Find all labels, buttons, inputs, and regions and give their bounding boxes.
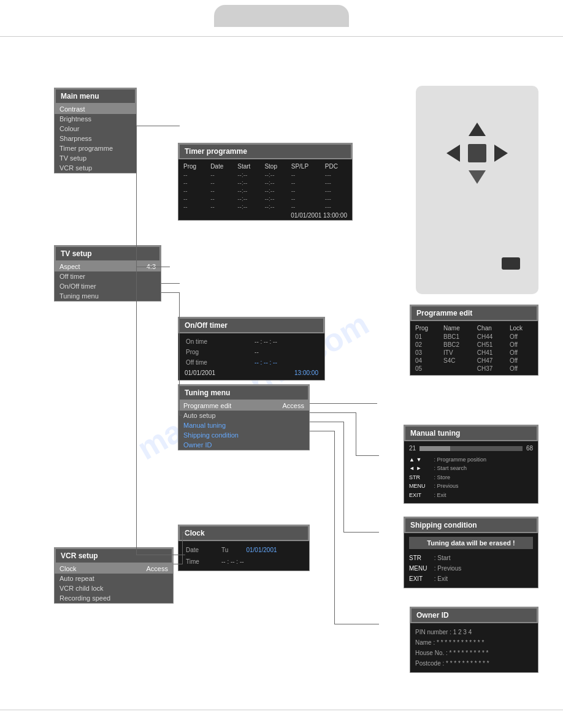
tv-setup-menu: TV setup Aspect 4:3 Off timer On/Off tim… [54, 245, 161, 301]
manual-tuning-bar: 21 68 [409, 445, 533, 452]
table-row: 02BBC2CH51Off [413, 341, 535, 349]
onoff-val-prog: -- [251, 347, 321, 357]
top-bar-tab [214, 5, 349, 27]
list-item: MENU : Previous [409, 563, 533, 574]
shipping-condition-menu: Shipping condition Tuning data will be e… [404, 517, 538, 588]
table-row: Off time -- : -- : -- [182, 358, 321, 367]
list-item: STR : Start [409, 553, 533, 563]
main-menu-item-timer[interactable]: Timer programme [55, 143, 136, 153]
clock-time-label: Time [182, 556, 216, 567]
connector-line [182, 532, 188, 533]
main-menu-item-tvsetup[interactable]: TV setup [55, 153, 136, 163]
shipping-condition-title: Shipping condition [404, 517, 538, 533]
tuning-menu-title: Tuning menu [178, 385, 309, 401]
dpad-center-icon [468, 144, 486, 162]
vcr-setup-item-autorepeat[interactable]: Auto repeat [55, 574, 173, 583]
list-item: Postcode : * * * * * * * * * * * [415, 658, 533, 669]
top-bar [0, 0, 563, 37]
connector-line [310, 431, 334, 431]
table-row: Prog -- [182, 347, 321, 357]
programme-edit-table: Prog Name Chan Lock 01BBC1CH44Off 02BBC2… [413, 324, 535, 373]
table-row: 05CH37Off [413, 365, 535, 373]
mt-channel-right: 68 [526, 445, 533, 452]
dpad-left-icon [446, 145, 460, 162]
connector-line [179, 292, 180, 415]
tv-setup-item-offtimer[interactable]: Off timer [55, 271, 161, 281]
timer-footer: 01/01/2001 13:00:00 [181, 211, 350, 220]
prog-col-chan: Chan [475, 324, 507, 333]
timer-col-pdc: PDC [323, 162, 350, 171]
onoff-timer-menu: On/Off timer On time -- : -- : -- Prog -… [178, 317, 325, 381]
main-menu-title: Main menu [55, 88, 136, 104]
clock-date-day: Tu [218, 545, 242, 555]
connector-line [137, 126, 180, 126]
onoff-val-offtime: -- : -- : -- [251, 358, 321, 367]
main-menu-item-brightness[interactable]: Brightness [55, 114, 136, 124]
main-menu-item-vcrsetup[interactable]: VCR setup [55, 163, 136, 173]
connector-line [161, 292, 180, 293]
tuning-item-ownerid[interactable]: Owner ID [178, 440, 309, 450]
main-menu: Main menu Contrast Brightness Colour Sha… [54, 88, 137, 173]
connector-line [136, 555, 185, 555]
connector-line [136, 126, 137, 555]
main-menu-item-sharpness[interactable]: Sharpness [55, 134, 136, 143]
clock-date-value: 01/01/2001 [242, 545, 305, 555]
owner-id-title: Owner ID [410, 607, 538, 623]
programme-edit-menu: Programme edit Prog Name Chan Lock 01BBC… [410, 305, 538, 376]
main-menu-item-contrast[interactable]: Contrast [55, 104, 136, 114]
table-row: ------:----:------- [181, 187, 350, 195]
connector-line [182, 532, 183, 564]
vcr-setup-item-recording[interactable]: Recording speed [55, 593, 173, 603]
shipping-condition-body: Tuning data will be erased ! STR : Start… [404, 533, 538, 588]
tuning-item-progedit[interactable]: Programme edit Access [178, 401, 309, 411]
list-item: MENU : Previous [409, 482, 533, 490]
timer-programme-menu: Timer programme Prog Date Start Stop SP/… [178, 143, 353, 221]
timer-col-date: Date [208, 162, 235, 171]
prog-col-lock: Lock [507, 324, 535, 333]
list-item: EXIT : Exit [409, 491, 533, 499]
connector-line [356, 412, 356, 455]
table-row: On time -- : -- : -- [182, 337, 321, 346]
onoff-val-ontime: -- : -- : -- [251, 337, 321, 346]
connector-line [161, 283, 180, 284]
list-item: ◄ ► : Start search [409, 464, 533, 472]
manual-tuning-body: 21 68 ▲ ▼ : Programme position ◄ ► : Sta… [404, 441, 538, 503]
mt-bar-fill [419, 446, 450, 451]
clock-menu: Clock Date Tu 01/01/2001 Time -- : -- : … [178, 525, 310, 571]
table-row: Date Tu 01/01/2001 [182, 545, 305, 555]
timer-table: Prog Date Start Stop SP/LP PDC ------:--… [181, 162, 350, 211]
tuning-menu: Tuning menu Programme edit Access Auto s… [178, 384, 310, 450]
tuning-item-autosetup[interactable]: Auto setup [178, 411, 309, 420]
connector-line [310, 403, 377, 404]
connector-line [334, 431, 335, 624]
timer-col-prog: Prog [181, 162, 208, 171]
connector-line [136, 267, 170, 267]
mt-legend: ▲ ▼ : Programme position ◄ ► : Start sea… [409, 455, 533, 499]
tuning-item-shipping[interactable]: Shipping condition [178, 430, 309, 440]
sc-legend: STR : Start MENU : Previous EXIT : Exit [409, 553, 533, 584]
connector-line [310, 422, 343, 422]
dpad-right-icon [494, 145, 508, 162]
tuning-item-manualtuning[interactable]: Manual tuning [178, 420, 309, 430]
table-row: ------:----:------- [181, 195, 350, 203]
connector-line [174, 564, 183, 564]
list-item: EXIT : Exit [409, 574, 533, 584]
onoff-label-offtime: Off time [182, 358, 250, 367]
vcr-setup-item-childlock[interactable]: VCR child lock [55, 583, 173, 593]
shipping-warning: Tuning data will be erased ! [409, 537, 533, 549]
vcr-setup-title: VCR setup [55, 548, 173, 564]
timer-col-splp: SP/LP [289, 162, 323, 171]
vcr-setup-item-clock[interactable]: Clock Access [55, 564, 173, 574]
owner-id-body: PIN number : 1 2 3 4 Name : * * * * * * … [410, 623, 538, 672]
table-row: 04S4CCH47Off [413, 357, 535, 365]
vcr-setup-menu: VCR setup Clock Access Auto repeat VCR c… [54, 547, 174, 604]
tv-setup-item-tuning[interactable]: Tuning menu [55, 291, 161, 301]
mt-channel-left: 21 [409, 445, 416, 452]
connector-line [179, 415, 182, 415]
dpad-down-icon [469, 170, 486, 184]
onoff-label-prog: Prog [182, 347, 250, 357]
main-menu-item-colour[interactable]: Colour [55, 124, 136, 134]
owner-id-menu: Owner ID PIN number : 1 2 3 4 Name : * *… [410, 607, 538, 673]
list-item: STR : Store [409, 473, 533, 482]
tv-setup-item-onofftimer[interactable]: On/Off timer [55, 281, 161, 291]
